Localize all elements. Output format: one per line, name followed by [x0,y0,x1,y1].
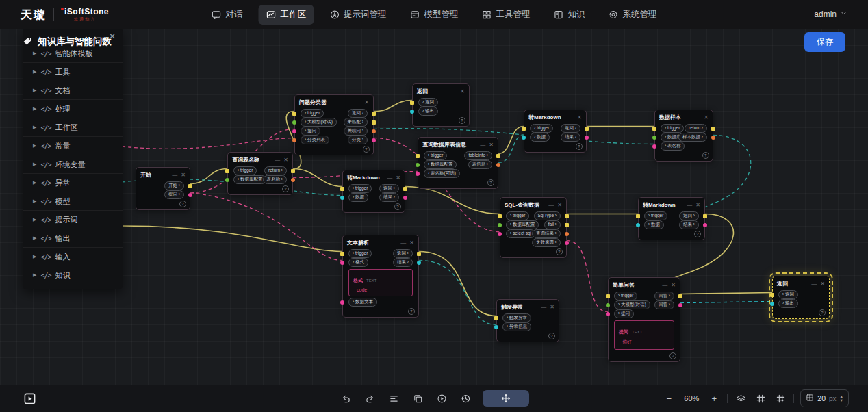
help-icon[interactable]: ? [179,201,186,207]
grid-size-input[interactable]: 20 px ▲ ▼ [800,389,849,407]
node-return-selected[interactable]: 返回—✕› 返回› 输出? [772,276,830,319]
port-select sql[interactable] [498,232,502,236]
close-icon[interactable]: ✕ [283,157,288,163]
port-trigger[interactable] [340,187,344,191]
close-icon[interactable]: ✕ [557,203,562,208]
nav-item-chat[interactable]: 对话 [204,5,251,25]
minimize-icon[interactable]: — [387,175,392,181]
minimize-icon[interactable]: — [568,115,574,120]
minimize-icon[interactable]: — [811,281,817,287]
port-trigger[interactable] [652,127,656,131]
palette-item-模型[interactable]: ▶</>模型 [23,192,123,211]
help-icon[interactable]: ? [487,179,494,186]
port-提问[interactable] [606,312,610,316]
help-icon[interactable]: ? [694,231,701,237]
port-trigger[interactable] [416,154,420,158]
port-表名称(可选)[interactable] [416,172,420,176]
port-trigger[interactable] [606,294,610,298]
port-数据库配置[interactable] [416,163,420,167]
port-数据[interactable] [340,196,344,200]
run-icon[interactable] [435,391,448,405]
palette-item-环境变量[interactable]: ▶</>环境变量 [23,155,123,174]
panel-play-icon[interactable] [23,391,36,405]
help-icon[interactable]: ? [282,185,289,192]
port-trigger[interactable] [498,214,502,218]
port-return[interactable] [291,169,295,173]
node-question-classifier[interactable]: 问题分类器—✕› trigger› 大模型(对话)› 提问› 分类列表返回 ›未… [294,94,374,155]
minimize-icon[interactable]: — [275,157,280,163]
nav-item-prompt[interactable]: 提示词管理 [322,5,394,25]
close-icon[interactable]: ✕ [181,172,186,178]
nav-item-model[interactable]: 模型管理 [403,5,466,25]
port-trigger[interactable] [522,127,526,131]
port-表信息[interactable] [496,163,500,167]
help-icon[interactable]: ? [408,308,415,315]
help-icon[interactable]: ? [394,203,401,210]
port-大模型(对话)[interactable] [606,303,610,307]
pan-mode-button[interactable] [483,390,529,407]
node-to-markdown-1[interactable]: 转Markdown—✕› trigger› 数据返回 ›结果 ›? [524,110,587,153]
close-icon[interactable]: ✕ [409,240,414,246]
palette-item-工作区[interactable]: ▶</>工作区 [23,118,123,137]
port-大模型(对话)[interactable] [292,120,296,125]
minimize-icon[interactable]: — [172,172,177,178]
port-分类列表[interactable] [292,138,296,142]
palette-item-输出[interactable]: ▶</>输出 [23,229,123,248]
node-data-sample[interactable]: 数据样本—✕› trigger› 数据库配置› 表名称return ›样本数据 … [654,110,713,162]
close-icon[interactable]: ✕ [704,115,709,120]
port-fail[interactable] [565,223,569,227]
port-分类[interactable] [372,138,376,142]
port-格式[interactable] [340,261,344,265]
layers-icon[interactable] [734,391,748,405]
close-icon[interactable]: ✕ [577,115,582,120]
edge-simple-qa.回答--return-selected.返回[interactable] [680,293,772,294]
spin-down-icon[interactable]: ▼ [840,398,843,402]
help-icon[interactable]: ? [669,352,676,359]
help-icon[interactable]: ? [363,146,370,153]
edge-query-db-table-info.tableinfo--to-markdown-1.trigger[interactable] [498,127,524,154]
node-return-top[interactable]: 返回—✕› 返回› 输出? [412,83,470,127]
help-icon[interactable]: ? [459,117,465,124]
redo-icon[interactable] [363,391,376,405]
node-simple-qa[interactable]: 简单问答—✕› trigger› 大模型(对话)› 提问回答 ›回答 ›提问TE… [608,277,680,362]
port-数据库配置[interactable] [498,223,502,227]
node-query-db-table-info[interactable]: 查询数据库表信息—✕› trigger› 数据库配置› 表名称(可选)table… [418,137,498,189]
port-数据库配置[interactable] [652,136,656,140]
port-返回[interactable] [770,293,774,297]
close-icon[interactable]: ✕ [695,203,700,208]
port-输出[interactable] [410,110,414,114]
close-icon[interactable]: ✕ [460,89,465,94]
node-sql-query-data[interactable]: SQL-查询数据—✕› trigger› 数据库配置› select sqlSq… [500,197,567,258]
nav-item-tools[interactable]: 工具管理 [474,5,538,25]
port-trigger[interactable] [292,112,296,116]
palette-item-智能体模板[interactable]: ▶</>智能体模板 [23,44,123,63]
palette-item-提示词[interactable]: ▶</>提示词 [23,211,123,229]
minimize-icon[interactable]: — [480,142,485,148]
help-icon[interactable]: ? [576,143,583,150]
port-回答[interactable] [678,294,682,298]
palette-item-常量[interactable]: ▶</>常量 [23,137,123,155]
close-icon[interactable]: ✕ [364,100,369,105]
help-icon[interactable]: ? [548,333,555,339]
minimize-icon[interactable]: — [355,100,361,105]
node-start[interactable]: 开始—✕开始 ›提问 ›? [136,167,190,210]
port-提问[interactable] [292,129,296,133]
port-触发异常[interactable] [494,316,498,320]
port-关联问[interactable] [372,129,376,133]
port-数据[interactable] [522,136,526,140]
edge-question-classifier.关联问--data-sample.表名称[interactable] [374,129,654,144]
undo-icon[interactable] [339,391,353,405]
port-样本数据[interactable] [711,136,715,140]
zoom-in-button[interactable]: + [707,391,721,405]
port-返回[interactable] [585,127,589,131]
port-返回[interactable] [410,101,414,105]
close-icon[interactable]: ✕ [109,32,116,40]
node-param-box[interactable]: 格式TEXTcode [348,269,413,296]
minimize-icon[interactable]: — [400,240,406,246]
snap-icon[interactable] [774,391,787,405]
port-结果[interactable] [703,223,707,227]
nav-item-knowledge[interactable]: 知识 [546,5,593,25]
workflow-canvas[interactable]: 开始—✕开始 ›提问 ›?查询表名称—✕› trigger› 数据库配置retu… [0,29,868,385]
close-icon[interactable]: ✕ [820,281,825,287]
port-结果[interactable] [585,136,589,140]
